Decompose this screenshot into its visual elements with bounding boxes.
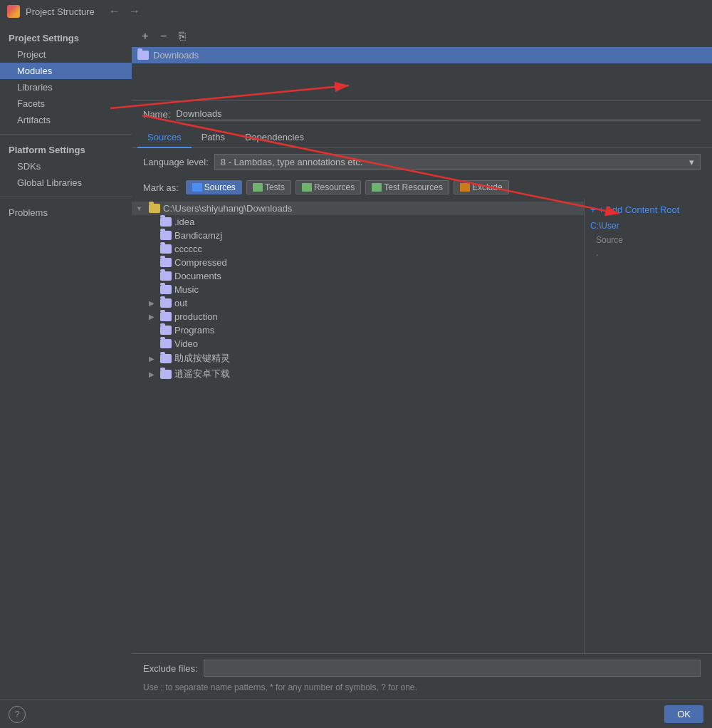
forward-button[interactable]: → xyxy=(126,5,143,18)
file-tree: ▾ C:\Users\shiyuhang\Downloads .idea xyxy=(132,199,584,653)
module-folder-icon xyxy=(137,51,149,60)
mark-resources-label: Resources xyxy=(314,182,355,192)
tree-no-arrow xyxy=(149,340,157,348)
mark-as-row: Mark as: Sources Tests Resources xyxy=(132,176,712,199)
language-level-value: 8 - Lambdas, type annotations etc. xyxy=(221,157,362,167)
mark-test-resources-label: Test Resources xyxy=(384,182,443,192)
main-content: Project Settings Project Modules Librari… xyxy=(0,23,712,700)
mark-as-tests-button[interactable]: Tests xyxy=(246,180,291,194)
sidebar-item-global-libraries[interactable]: Global Libraries xyxy=(0,175,132,191)
tree-item[interactable]: Programs xyxy=(132,323,584,337)
tree-no-arrow xyxy=(149,245,157,253)
tree-item-label: Compressed xyxy=(174,257,227,268)
mark-as-sources-button[interactable]: Sources xyxy=(186,180,242,194)
tree-item-label: Documents xyxy=(174,271,221,281)
platform-settings-header: Platform Settings xyxy=(0,140,132,158)
mark-tests-label: Tests xyxy=(265,182,285,192)
ok-button[interactable]: OK xyxy=(664,705,703,723)
mark-as-exclude-button[interactable]: Exclude xyxy=(454,180,509,194)
tree-item[interactable]: ▶ 逍遥安卓下载 xyxy=(132,366,584,382)
add-icon: + xyxy=(590,204,596,215)
sidebar-divider-2 xyxy=(0,197,132,197)
tree-item-label: out xyxy=(174,298,187,308)
sidebar-item-libraries[interactable]: Libraries xyxy=(0,79,132,95)
tree-item[interactable]: ▶ production xyxy=(132,310,584,323)
tests-icon xyxy=(253,183,263,192)
mark-sources-label: Sources xyxy=(204,182,236,192)
folder-icon xyxy=(160,244,172,254)
sidebar: Project Settings Project Modules Librari… xyxy=(0,23,132,700)
bottom-bar: ? OK xyxy=(0,700,712,728)
sources-entry-dot: . xyxy=(585,246,712,259)
exclude-icon xyxy=(460,183,470,192)
tree-item[interactable]: ▶ 助成按键精灵 xyxy=(132,350,584,366)
tree-item-label: production xyxy=(174,311,218,322)
tree-item[interactable]: cccccc xyxy=(132,242,584,256)
app-icon xyxy=(7,5,20,18)
detail-panel: Name: Downloads Sources Paths Dependenci… xyxy=(132,101,712,700)
mark-as-resources-button[interactable]: Resources xyxy=(295,180,361,194)
module-item-label: Downloads xyxy=(153,50,199,61)
tree-root[interactable]: ▾ C:\Users\shiyuhang\Downloads xyxy=(132,202,584,215)
project-settings-header: Project Settings xyxy=(0,28,132,46)
language-level-select[interactable]: 8 - Lambdas, type annotations etc. ▾ xyxy=(214,154,701,170)
module-toolbar: + − ⎘ xyxy=(132,26,712,47)
sidebar-item-facets[interactable]: Facets xyxy=(0,95,132,112)
tree-root-label: C:\Users\shiyuhang\Downloads xyxy=(163,203,292,214)
sidebar-item-problems[interactable]: Problems xyxy=(0,203,132,222)
tree-no-arrow xyxy=(149,218,157,226)
tree-item[interactable]: Video xyxy=(132,337,584,350)
folder-icon xyxy=(160,258,172,267)
tree-item-label: 逍遥安卓下载 xyxy=(174,368,230,380)
folder-icon xyxy=(160,312,172,321)
folder-icon xyxy=(160,370,172,379)
copy-module-button[interactable]: ⎘ xyxy=(174,28,190,44)
mark-as-test-resources-button[interactable]: Test Resources xyxy=(365,180,449,194)
tab-dependencies[interactable]: Dependencies xyxy=(235,128,314,148)
tree-item[interactable]: ▶ out xyxy=(132,296,584,310)
folder-icon xyxy=(160,217,172,227)
module-list-area: + − ⎘ Downloads xyxy=(132,23,712,101)
tabs-bar: Sources Paths Dependencies xyxy=(132,128,712,148)
sidebar-item-artifacts[interactable]: Artifacts xyxy=(0,112,132,128)
folder-icon xyxy=(160,231,172,240)
tree-item-label: Music xyxy=(174,284,199,295)
tab-paths[interactable]: Paths xyxy=(192,128,235,148)
tree-item[interactable]: .idea xyxy=(132,215,584,229)
tree-arrow-prod: ▶ xyxy=(149,313,157,321)
tab-sources[interactable]: Sources xyxy=(137,128,192,148)
module-item-downloads[interactable]: Downloads xyxy=(132,47,712,63)
mark-as-label: Mark as: xyxy=(143,182,179,193)
test-resources-icon xyxy=(372,183,382,192)
tree-no-arrow xyxy=(149,286,157,293)
sidebar-item-modules[interactable]: Modules xyxy=(0,63,132,79)
sidebar-item-project[interactable]: Project xyxy=(0,46,132,63)
name-value: Downloads xyxy=(176,108,701,120)
resources-icon xyxy=(302,183,312,192)
back-button[interactable]: ← xyxy=(106,5,123,18)
name-row: Name: Downloads xyxy=(132,101,712,128)
name-label: Name: xyxy=(143,109,170,120)
folder-icon xyxy=(160,354,172,363)
tree-item[interactable]: Documents xyxy=(132,269,584,283)
tree-item-label: Bandicamzj xyxy=(174,230,222,241)
tree-item[interactable]: Music xyxy=(132,283,584,296)
window-title: Project Structure xyxy=(26,6,95,17)
root-folder-icon xyxy=(149,204,160,213)
remove-module-button[interactable]: − xyxy=(156,28,172,44)
tree-item[interactable]: Bandicamzj xyxy=(132,229,584,242)
tree-item-label: Programs xyxy=(174,325,214,336)
folder-icon xyxy=(160,271,172,281)
sidebar-divider xyxy=(0,134,132,135)
tree-item[interactable]: Compressed xyxy=(132,256,584,269)
add-module-button[interactable]: + xyxy=(137,28,153,44)
help-button[interactable]: ? xyxy=(9,706,26,723)
sidebar-item-sdks[interactable]: SDKs xyxy=(0,158,132,175)
tree-item-label: .idea xyxy=(174,217,194,227)
exclude-area: Exclude files: Use ; to separate name pa… xyxy=(132,653,712,700)
exclude-files-input[interactable] xyxy=(204,660,701,677)
language-level-label: Language level: xyxy=(143,157,209,167)
sources-icon xyxy=(192,183,202,192)
add-content-root-button[interactable]: + + Add Content Root xyxy=(585,202,712,218)
title-bar: Project Structure ← → xyxy=(0,0,712,23)
